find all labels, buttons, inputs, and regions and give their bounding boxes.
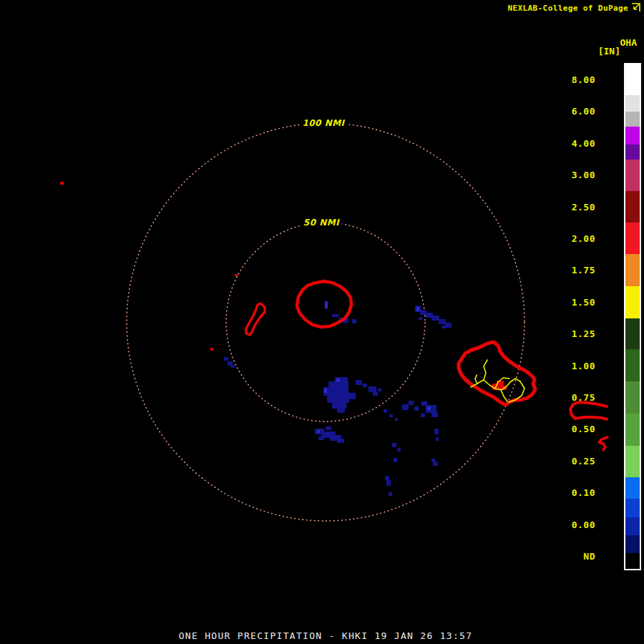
precip-echo [323, 387, 348, 396]
colorbar-segment [625, 286, 640, 318]
precip-echo [325, 301, 328, 308]
colorbar-segment [625, 145, 640, 160]
road-line [475, 375, 477, 384]
colorbar-segment [625, 254, 640, 286]
precip-echo [356, 380, 362, 385]
precip-echo [352, 319, 356, 323]
precip-echo [439, 319, 446, 324]
colorbar-segment [625, 446, 640, 477]
island-outline-kauai [297, 281, 351, 327]
range-label-100nmi: 100 NMI [299, 118, 347, 128]
precip-echo [402, 404, 409, 410]
brand-text: NEXLAB-College of DuPage [507, 4, 628, 13]
product-title: ONE HOUR PRECIPITATION - KHKI 19 JAN 26 … [7, 630, 644, 641]
precip-echoes [60, 182, 507, 496]
precip-echo [409, 401, 414, 405]
island-outlines [246, 281, 608, 450]
radar-map-canvas [0, 0, 644, 644]
precip-echo [431, 316, 439, 321]
precip-echo [392, 443, 396, 447]
colorbar-segment [625, 517, 640, 535]
precip-echo [395, 418, 398, 421]
precip-echo [385, 476, 389, 480]
colorbar-segment [625, 553, 640, 569]
precip-echo [224, 357, 228, 361]
colorbar-segment [625, 318, 640, 349]
precip-echo [384, 409, 387, 413]
road-line [484, 360, 487, 380]
colorbar-segment [625, 223, 640, 254]
precip-echo [397, 448, 401, 452]
cod-lightning-icon [630, 2, 641, 13]
precip-echo [389, 492, 392, 496]
precip-echo [363, 384, 367, 387]
precip-echo [441, 326, 446, 328]
precip-echo [235, 274, 238, 276]
precip-echo [318, 436, 324, 440]
precip-echo [389, 414, 393, 417]
precip-echo [431, 459, 435, 462]
island-outline-lanai [599, 437, 608, 450]
precip-echo [394, 458, 397, 462]
units-label: [IN] [598, 46, 620, 57]
precip-echo [337, 439, 344, 443]
precip-echo [336, 379, 340, 382]
precip-echo [414, 406, 419, 411]
precip-echo [416, 307, 419, 311]
precip-echo [445, 323, 452, 328]
precip-echo [436, 437, 439, 441]
precip-echo [327, 396, 349, 403]
colorbar-segment [625, 349, 640, 381]
precip-echo [332, 314, 338, 317]
precip-echo [420, 310, 426, 315]
precip-echo [431, 412, 438, 417]
precip-echo [386, 480, 391, 486]
colorbar-segment [625, 535, 640, 553]
precip-echo [324, 389, 327, 393]
colorbar-segment [625, 112, 640, 127]
precip-echo [421, 414, 425, 417]
colorbar-segment [625, 414, 640, 446]
precip-echo [378, 389, 381, 391]
colorbar-segment [625, 95, 640, 112]
range-ring-100nmi [127, 123, 525, 521]
colorbar-segment [625, 127, 640, 145]
precip-echo [427, 406, 431, 410]
station-id-label: OHA [620, 37, 637, 48]
colorbar [624, 63, 641, 570]
radar-display: 100 NMI 50 NMI NEXLAB-College of DuPage … [0, 0, 644, 644]
precip-echo [210, 348, 213, 351]
range-rings [127, 123, 525, 521]
precip-echo [337, 409, 345, 413]
island-outline-molokai [570, 402, 607, 419]
precip-echo [231, 365, 235, 368]
colorbar-segment [625, 64, 640, 95]
precip-echo [60, 182, 64, 185]
colorbar-segment [625, 160, 640, 191]
precip-echo [348, 393, 356, 399]
precip-echo [328, 381, 348, 388]
colorbar-segment [625, 499, 640, 517]
precip-echo [326, 426, 331, 430]
range-label-50nmi: 50 NMI [301, 218, 342, 228]
precip-echo [433, 462, 438, 466]
road-line [501, 390, 507, 401]
colorbar-segment [625, 381, 640, 414]
precip-echo [332, 403, 346, 409]
precip-echo [434, 429, 439, 434]
precip-echo [419, 317, 422, 320]
precip-echo [369, 386, 376, 392]
colorbar-segment [625, 191, 640, 223]
island-outline-niihau [246, 303, 265, 335]
precip-echo [317, 430, 320, 433]
colorbar-segment [625, 477, 640, 499]
island-outline-oahu [459, 342, 535, 405]
precip-echo [373, 392, 378, 396]
